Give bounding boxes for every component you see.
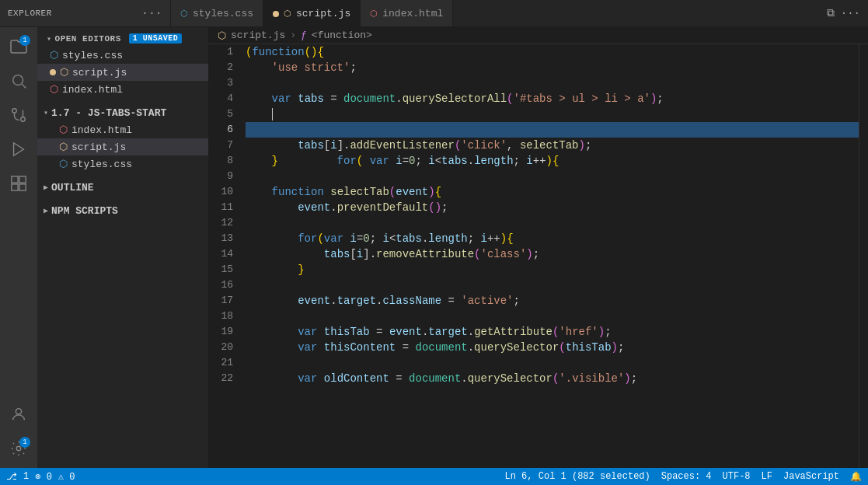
status-branch-label[interactable]: 1 [23,471,29,482]
sidebar-item-styles-css[interactable]: ⬡ styles.css [37,47,208,64]
breadcrumb-fn-icon: ƒ [301,30,307,41]
svg-rect-6 [19,176,26,183]
activity-scm-icon[interactable] [5,102,32,128]
tab-script-js-label: script.js [296,8,350,19]
folder-chevron: ▾ [44,108,48,117]
line-num-6: 6 [208,122,233,138]
line-num-7: 7 [208,138,233,153]
code-line-20: var thisContent = document.querySelector… [246,340,859,355]
code-line-19: var thisTab = event.target.getAttribute(… [246,324,859,340]
folder-script-js-label: script.js [71,141,126,153]
outline-section: ▶ OUTLINE [37,176,208,199]
activity-search-icon[interactable] [5,68,32,94]
code-line-18 [246,309,859,324]
open-editors-section: ▾ OPEN EDITORS 1 UNSAVED ⬡ styles.css ⬡ … [37,27,208,101]
activity-bar-bottom: 1 [5,401,32,468]
code-editor[interactable]: 1 2 3 4 5 6 7 8 9 10 11 12 13 14 15 16 1… [208,44,868,468]
code-line-5 [246,106,859,122]
open-editors-chevron: ▾ [47,34,52,44]
line-num-18: 18 [208,309,233,324]
line-num-19: 19 [208,324,233,340]
folder-styles-css-label: styles.css [71,159,132,170]
status-branch-icon: ⎇ [6,471,17,483]
outline-header[interactable]: ▶ OUTLINE [37,179,208,196]
folder-item-index-html[interactable]: ⬡ index.html [37,121,208,138]
status-bar-right: Ln 6, Col 1 (882 selected) Spaces: 4 UTF… [505,471,862,483]
editor-tabs: ⬡ styles.css ⬡ script.js ⬡ index.html [171,0,827,26]
status-position[interactable]: Ln 6, Col 1 (882 selected) [505,471,650,482]
tab-index-html[interactable]: ⬡ index.html [361,0,453,26]
code-line-15: } [246,262,859,277]
more-actions-icon[interactable]: ··· [841,7,860,19]
code-line-22: var oldContent = document.querySelector(… [246,371,859,386]
line-num-16: 16 [208,277,233,293]
editor-area: ⬡ script.js › ƒ <function> 1 2 3 4 5 6 7… [208,27,868,468]
breadcrumb-scope[interactable]: <function> [312,30,372,41]
settings-badge: 1 [19,437,30,448]
npm-section: ▶ NPM SCRIPTS [37,199,208,222]
split-editor-icon[interactable]: ⧉ [827,7,835,19]
activity-debug-icon[interactable] [5,136,32,162]
html-file-icon2: ⬡ [59,124,68,136]
svg-rect-8 [19,184,26,190]
tab-styles-css[interactable]: ⬡ styles.css [171,0,263,26]
activity-extensions-icon[interactable] [5,170,32,197]
sidebar-item-script-js[interactable]: ⬡ script.js [37,64,208,81]
status-spaces[interactable]: Spaces: 4 [661,471,712,482]
explorer-more-icon[interactable]: ··· [141,7,162,19]
line-num-22: 22 [208,371,233,386]
line-num-10: 10 [208,184,233,200]
line-num-14: 14 [208,246,233,262]
status-bar-left: ⎇ 1 ⊗ 0 ⚠ 0 [6,471,75,483]
status-bar: ⎇ 1 ⊗ 0 ⚠ 0 Ln 6, Col 1 (882 selected) S… [0,468,868,485]
breadcrumb: ⬡ script.js › ƒ <function> [208,27,868,44]
status-language[interactable]: JavaScript [783,471,839,482]
sidebar-item-index-html[interactable]: ⬡ index.html [37,81,208,98]
code-line-1: (function(){ [246,44,859,60]
svg-point-0 [13,75,23,85]
activity-account-icon[interactable] [5,401,32,427]
open-editors-header[interactable]: ▾ OPEN EDITORS 1 UNSAVED [37,30,208,47]
breadcrumb-file[interactable]: script.js [231,30,285,41]
folder-index-html-label: index.html [71,124,132,136]
outline-chevron: ▶ [44,183,48,192]
line-num-2: 2 [208,60,233,75]
status-line-ending[interactable]: LF [762,471,772,482]
code-line-7: tabs[i].addEventListener('click', select… [246,138,859,153]
activity-settings-icon[interactable]: 1 [5,435,32,462]
code-lines[interactable]: (function(){ 'use strict'; var tabs = do… [242,44,859,468]
npm-chevron: ▶ [44,206,48,215]
tab-bar: EXPLORER ··· ⬡ styles.css ⬡ script.js ⬡ … [0,0,868,27]
line-num-17: 17 [208,293,233,309]
line-num-4: 4 [208,91,233,106]
svg-point-9 [16,409,21,414]
svg-marker-4 [14,143,24,156]
code-line-4: var tabs = document.querySelectorAll('#t… [246,91,859,106]
html-file-icon: ⬡ [50,83,58,96]
styles-css-label: styles.css [62,50,123,61]
activity-bar: 1 1 [0,27,37,468]
sidebar: ▾ OPEN EDITORS 1 UNSAVED ⬡ styles.css ⬡ … [37,27,208,468]
css-file-icon: ⬡ [50,49,58,61]
lightbulb-icon[interactable]: 💡 [242,138,245,153]
status-notification-icon[interactable]: 🔔 [850,471,862,483]
status-errors[interactable]: ⊗ 0 [35,471,52,483]
status-warnings[interactable]: ⚠ 0 [58,471,75,483]
status-encoding[interactable]: UTF-8 [723,471,751,482]
modified-indicator [50,69,56,75]
folder-item-script-js[interactable]: ⬡ script.js [37,138,208,155]
svg-rect-7 [12,184,18,190]
script-js-label: script.js [72,67,127,79]
folder-item-styles-css[interactable]: ⬡ styles.css [37,155,208,173]
activity-files-icon[interactable]: 1 [5,33,32,60]
code-line-16 [246,277,859,293]
code-line-11: event.preventDefault(); [246,200,859,215]
tab-script-js[interactable]: ⬡ script.js [263,0,361,26]
index-html-label: index.html [62,84,123,96]
js-file-icon: ⬡ [60,66,68,79]
css-icon: ⬡ [180,9,188,19]
folder-header[interactable]: ▾ 1.7 - JS-TABS-START [37,104,208,121]
line-num-12: 12 [208,215,233,231]
svg-point-2 [12,109,17,113]
npm-header[interactable]: ▶ NPM SCRIPTS [37,202,208,219]
